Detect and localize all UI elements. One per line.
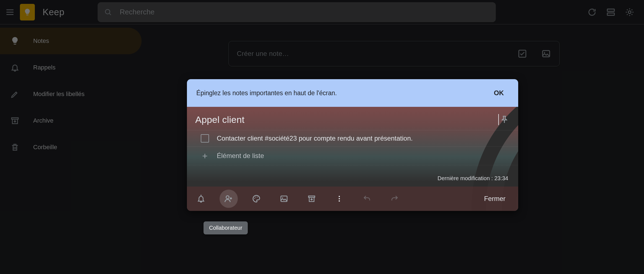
svg-point-11 xyxy=(257,197,258,197)
person-add-icon xyxy=(224,194,233,203)
pin-icon xyxy=(500,115,509,124)
archive-button[interactable] xyxy=(303,190,321,208)
note-editor-modal: Épinglez les notes importantes en haut d… xyxy=(187,79,518,211)
checklist-item[interactable]: Contacter client #société23 pour compte … xyxy=(187,130,518,147)
pin-note-button[interactable] xyxy=(499,114,510,125)
redo-icon xyxy=(390,195,399,203)
more-vert-icon xyxy=(335,195,343,203)
add-list-item-row[interactable]: + Élément de liste xyxy=(187,147,518,165)
svg-rect-14 xyxy=(309,196,315,197)
undo-button[interactable] xyxy=(358,190,376,208)
svg-point-13 xyxy=(282,197,283,198)
hint-ok-button[interactable]: OK xyxy=(489,86,509,100)
svg-point-8 xyxy=(226,196,229,199)
undo-icon xyxy=(363,195,371,203)
svg-point-10 xyxy=(255,197,256,197)
note-toolbar: Fermer xyxy=(187,187,518,211)
more-button[interactable] xyxy=(330,190,348,208)
close-note-button[interactable]: Fermer xyxy=(476,191,513,206)
checklist-item-text[interactable]: Contacter client #société23 pour compte … xyxy=(217,135,413,142)
redo-button[interactable] xyxy=(385,190,404,208)
reminder-button[interactable] xyxy=(192,190,210,208)
plus-icon: + xyxy=(201,152,209,160)
last-modified-label: Dernière modification : 23:34 xyxy=(187,165,518,187)
checklist-checkbox[interactable] xyxy=(201,134,209,143)
svg-point-17 xyxy=(339,200,340,202)
svg-point-15 xyxy=(339,196,340,197)
background-options-button[interactable] xyxy=(247,190,265,208)
collaborator-tooltip: Collaborateur xyxy=(204,221,248,234)
palette-icon xyxy=(252,194,261,203)
add-item-placeholder: Élément de liste xyxy=(217,152,264,160)
svg-point-16 xyxy=(339,198,340,200)
svg-point-9 xyxy=(254,198,255,199)
archive-icon xyxy=(307,195,316,203)
note-title-input[interactable]: Appel client xyxy=(195,114,498,125)
pin-hint-banner: Épinglez les notes importantes en haut d… xyxy=(187,79,518,107)
hint-text: Épinglez les notes importantes en haut d… xyxy=(196,89,489,97)
image-icon xyxy=(280,195,288,203)
bell-plus-icon xyxy=(197,195,205,203)
add-image-button[interactable] xyxy=(275,190,293,208)
collaborator-button[interactable] xyxy=(220,190,238,208)
